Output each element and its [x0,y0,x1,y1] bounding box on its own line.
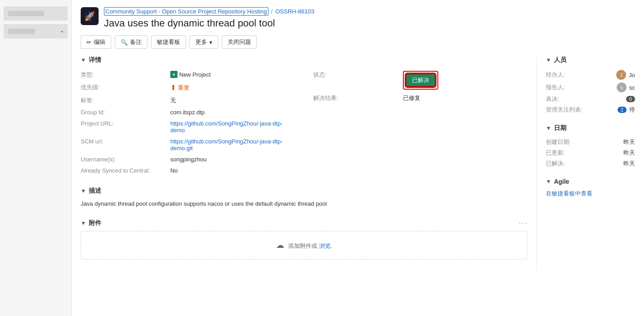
details-grid-right: 状态: 已解决 解决结果: 已修复 [313,69,528,104]
scm-url-link[interactable]: https://github.com/SongPingZhou/-java-dt… [170,138,283,152]
agile-section: ▼ Agile 在敏捷看板中查看 [546,178,635,198]
attachment-section: ▼ 附件 ··· ☁ 添加附件或 浏览. [81,219,527,260]
attachment-section-header[interactable]: ▼ 附件 [81,219,101,227]
scm-url-label: SCM url: [81,136,170,154]
people-section-header[interactable]: ▼ 人员 [546,56,635,64]
reporter-value: s sc [617,82,635,92]
priority-label: 优先级: [81,81,170,94]
username-value: songpingzhou [170,154,295,165]
attachment-more-icon[interactable]: ··· [519,219,527,227]
resolved-label: 已解决: [546,160,565,168]
breadcrumb-separator: / [271,8,273,15]
sidebar-placeholder-1 [8,11,44,16]
issue-id-link[interactable]: OSSRH-86103 [275,8,314,15]
type-value: + New Project [170,69,295,81]
reporter-avatar: s [617,82,627,92]
project-logo: 🚀 [81,7,99,25]
note-button[interactable]: 🔍 备注 [115,35,147,49]
created-label: 创建日期: [546,138,571,146]
description-section: ▼ 描述 Java dynamic thread pool configurat… [81,187,527,208]
project-breadcrumb-link[interactable]: Community Support - Open Source Project … [104,7,268,16]
toolbar: ✏ 编辑 🔍 备注 敏捷看板 更多 ▾ 关闭问题 [81,35,635,49]
updated-label: 已更新: [546,149,565,157]
status-highlight-box: 已解决 [403,71,438,90]
priority-text: 重要 [178,84,190,92]
priority-icon: ⬆ [170,83,176,92]
edit-button[interactable]: ✏ 编辑 [81,35,111,49]
reporter-name: sc [629,84,635,91]
breadcrumb-links: Community Support - Open Source Project … [104,7,314,29]
created-value: 昨天 [623,138,635,146]
people-section: ▼ 人员 经办人: J Jo 报告人: s sc [546,56,635,115]
details-section-header[interactable]: ▼ 详情 [81,56,527,64]
description-section-header[interactable]: ▼ 描述 [81,187,527,195]
kanban-button[interactable]: 敏捷看板 [151,35,186,49]
priority-badge: ⬆ 重要 [170,83,190,92]
username-label: Username(s): [81,154,170,165]
group-id-label: Group Id: [81,107,170,118]
description-text: Java dynamic thread pool configuration s… [81,199,527,208]
chevron-down-icon: ▾ [61,29,63,34]
browse-link[interactable]: 浏览 [319,242,331,249]
edit-label: 编辑 [94,38,105,46]
resolution-label: 解决结果: [313,92,403,104]
project-url-label: Project URL: [81,118,170,136]
vote-label: 表决: [546,95,559,103]
note-label: 备注 [130,38,142,46]
handler-value: J Jo [616,70,635,80]
reporter-label: 报告人: [546,83,565,91]
agile-section-header[interactable]: ▼ Agile [546,178,635,185]
content-layout: ▼ 详情 类型: + New Project [81,56,635,270]
synced-label: Already Synced to Central: [81,165,170,176]
vote-badge: 0 [626,96,635,102]
chevron-down-icon: ▾ [209,39,212,46]
edit-icon: ✏ [86,39,91,46]
agile-kanban-link[interactable]: 在敏捷看板中查看 [546,190,592,197]
watchlist-badge: 2 [618,107,627,113]
status-label: 状态: [313,69,403,92]
details-left-col: 类型: + New Project 优先级: [81,69,295,176]
dates-section-title: 日期 [554,124,566,132]
details-toggle-icon: ▼ [81,57,86,63]
agile-section-title: Agile [554,178,569,185]
type-text: New Project [179,71,211,78]
details-right-col: 状态: 已解决 解决结果: 已修复 [313,69,528,176]
priority-value: ⬆ 重要 [170,81,295,94]
main-content: 🚀 Community Support - Open Source Projec… [72,0,644,316]
created-row: 创建日期: 昨天 [546,137,635,147]
handler-row: 经办人: J Jo [546,69,635,81]
watchlist-extra: 停 [629,106,635,114]
updated-value: 昨天 [623,149,635,157]
people-section-title: 人员 [554,56,566,64]
synced-value: No [170,165,295,176]
kanban-label: 敏捷看板 [157,38,180,46]
scm-url-value: https://github.com/SongPingZhou/-java-dt… [170,136,295,154]
upload-period: . [331,242,333,249]
sidebar-item-2[interactable]: ▾ [4,24,68,39]
attachment-header: ▼ 附件 ··· [81,219,527,227]
project-url-value: https://github.com/SongPingZhou/-java-dt… [170,118,295,136]
resolved-value: 昨天 [623,160,635,168]
vote-row: 表决: 0 [546,94,635,104]
updated-row: 已更新: 昨天 [546,147,635,158]
close-issue-button[interactable]: 关闭问题 [222,35,257,49]
handler-name: Jo [629,72,635,78]
resolved-row: 已解决: 昨天 [546,158,635,169]
type-label: 类型: [81,69,170,81]
attachment-dropzone[interactable]: ☁ 添加附件或 浏览. [81,231,527,260]
watchlist-row: 管理关注列表: 2 停 [546,104,635,115]
dates-section-header[interactable]: ▼ 日期 [546,124,635,132]
details-grid-left: 类型: + New Project 优先级: [81,69,295,176]
status-badge: 已解决 [406,74,436,87]
project-url-link[interactable]: https://github.com/SongPingZhou/-java-dt… [170,120,283,134]
upload-text: 添加附件或 [288,242,319,249]
dates-toggle-icon: ▼ [546,125,551,131]
more-button[interactable]: 更多 ▾ [190,35,218,49]
tag-value: 无 [170,94,295,107]
sidebar-placeholder-2 [8,29,35,34]
breadcrumb: Community Support - Open Source Project … [104,7,314,16]
sidebar-item-1[interactable] [4,6,68,21]
new-project-icon: + [170,71,177,78]
handler-avatar: J [616,70,626,80]
details-section-title: 详情 [89,56,101,64]
